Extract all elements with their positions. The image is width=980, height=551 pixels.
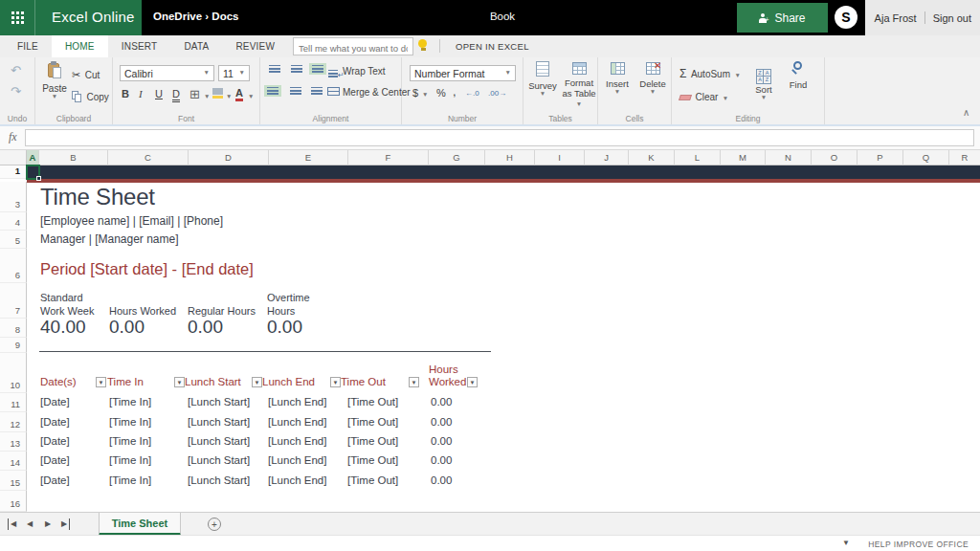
undo-icon[interactable]: ↶	[11, 63, 21, 77]
row-header-9[interactable]: 9	[0, 338, 27, 353]
filter-dropdown-button[interactable]: ▼	[96, 377, 106, 387]
filter-dropdown-button[interactable]: ▼	[330, 377, 341, 387]
row-header-8[interactable]: 8	[0, 319, 27, 338]
table-cell[interactable]: 0.00	[431, 416, 452, 428]
title-banner-row[interactable]	[27, 165, 980, 179]
share-button[interactable]: + Share	[737, 3, 828, 33]
row-header-5[interactable]: 5	[0, 231, 27, 249]
column-header-q[interactable]: Q	[903, 150, 949, 165]
fx-icon[interactable]: fx	[9, 130, 17, 144]
sort-button[interactable]: ZA AZ Sort ▼	[748, 61, 779, 101]
table-cell[interactable]: [Lunch Start]	[188, 435, 250, 447]
align-bottom-button[interactable]	[309, 63, 326, 75]
chevron-down-icon[interactable]: ▼	[248, 94, 254, 100]
table-cell[interactable]: [Lunch Start]	[188, 454, 250, 466]
font-family-select[interactable]: Calibri▼	[120, 65, 214, 81]
underline-button[interactable]: U	[155, 88, 163, 99]
ribbon-tab-insert[interactable]: INSERT	[108, 35, 171, 57]
table-column-header[interactable]: Time Out	[341, 376, 386, 388]
row-header-13[interactable]: 13	[0, 432, 27, 452]
table-cell[interactable]: 0.00	[431, 435, 452, 447]
align-left-button[interactable]	[264, 85, 281, 97]
table-cell[interactable]: [Date]	[40, 396, 70, 408]
column-header-m[interactable]: M	[721, 150, 766, 165]
double-underline-button[interactable]: D	[172, 88, 180, 102]
autosum-button[interactable]: Σ AutoSum ▼	[679, 64, 741, 81]
table-cell[interactable]: [Lunch End]	[268, 454, 326, 466]
breadcrumb[interactable]: OneDrive › Docs	[153, 11, 238, 22]
user-name[interactable]: Aja Frost	[875, 12, 917, 24]
table-cell[interactable]: [Time Out]	[347, 454, 398, 466]
column-header-l[interactable]: L	[675, 150, 721, 165]
column-header-i[interactable]: I	[535, 150, 585, 165]
wrap-text-button[interactable]: Wrap Text	[343, 66, 386, 77]
table-cell[interactable]: [Lunch End]	[268, 435, 326, 447]
next-sheet-button[interactable]: ▶	[45, 518, 51, 530]
sheet-tab-time-sheet[interactable]: Time Sheet	[99, 513, 181, 536]
table-cell[interactable]: 0.00	[431, 396, 452, 408]
font-color-button[interactable]: A	[235, 87, 243, 101]
increase-decimal-button[interactable]: ←.0	[465, 89, 479, 98]
table-cell[interactable]: [Time Out]	[347, 396, 398, 408]
table-column-header[interactable]: Date(s)	[40, 376, 77, 388]
filter-dropdown-button[interactable]: ▼	[174, 377, 185, 387]
decrease-decimal-button[interactable]: .00→	[488, 89, 506, 98]
document-title[interactable]: Book	[450, 11, 555, 22]
format-as-table-button[interactable]: Format as Table ▼	[560, 61, 598, 109]
find-button[interactable]: Find	[783, 61, 813, 90]
table-column-header[interactable]: Lunch Start	[185, 376, 241, 388]
summary-value[interactable]: 40.00	[40, 317, 86, 338]
redo-icon[interactable]: ↷	[11, 84, 21, 99]
filter-dropdown-button[interactable]: ▼	[409, 377, 419, 387]
row-header-10[interactable]: 10	[0, 353, 27, 393]
summary-header[interactable]: Hours Worked	[109, 305, 176, 319]
copy-button[interactable]: Copy	[72, 87, 109, 104]
row-header-15[interactable]: 15	[0, 471, 27, 491]
first-sheet-button[interactable]: ◀	[8, 518, 16, 530]
last-sheet-button[interactable]: ▶	[61, 518, 70, 530]
lightbulb-icon[interactable]	[418, 39, 428, 53]
survey-button[interactable]: Survey ▼	[525, 61, 560, 98]
borders-button[interactable]: ⊞	[189, 87, 200, 101]
sign-out-link[interactable]: Sign out	[933, 12, 971, 24]
chevron-down-icon[interactable]: ▼	[842, 539, 850, 547]
chevron-down-icon[interactable]: ▼	[226, 94, 232, 100]
column-header-g[interactable]: G	[429, 150, 485, 165]
table-cell[interactable]: [Time Out]	[347, 416, 398, 428]
column-header-n[interactable]: N	[766, 150, 812, 165]
select-all-corner[interactable]	[0, 150, 27, 165]
table-column-header[interactable]: Lunch End	[262, 376, 315, 388]
row-header-16[interactable]: 16	[0, 491, 27, 512]
column-header-f[interactable]: F	[348, 150, 429, 165]
tell-me-box[interactable]	[293, 37, 413, 55]
table-cell[interactable]: [Date]	[40, 454, 70, 466]
filter-dropdown-button[interactable]: ▼	[467, 377, 478, 387]
table-cell[interactable]: [Lunch Start]	[188, 474, 250, 486]
paste-button[interactable]: Paste ▼	[40, 61, 69, 111]
row-header-6[interactable]: 6	[0, 249, 27, 283]
column-header-o[interactable]: O	[812, 150, 858, 165]
column-header-b[interactable]: B	[39, 150, 108, 165]
comma-style-button[interactable]: ,	[453, 84, 457, 99]
column-header-c[interactable]: C	[108, 150, 189, 165]
table-cell[interactable]: [Time In]	[109, 454, 151, 466]
collapse-ribbon-icon[interactable]: ∧	[963, 107, 969, 118]
percent-button[interactable]: %	[436, 87, 446, 99]
align-top-button[interactable]	[266, 63, 283, 75]
italic-button[interactable]: I	[139, 88, 143, 99]
number-format-select[interactable]: Number Format▼	[410, 65, 516, 81]
table-column-header[interactable]: Time In	[107, 376, 144, 388]
previous-sheet-button[interactable]: ◀	[27, 518, 33, 530]
table-cell[interactable]: 0.00	[431, 474, 452, 486]
align-middle-button[interactable]	[288, 63, 305, 75]
manager-info-cell[interactable]: Manager | [Manager name]	[40, 232, 179, 246]
table-cell[interactable]: [Time In]	[109, 416, 151, 428]
insert-cells-button[interactable]: Insert ▼	[600, 61, 635, 96]
column-header-a[interactable]: A	[27, 150, 39, 165]
accent-banner-row[interactable]	[27, 179, 980, 183]
ribbon-tab-file[interactable]: FILE	[4, 35, 52, 57]
column-header-e[interactable]: E	[269, 150, 348, 165]
summary-value[interactable]: 0.00	[188, 317, 223, 338]
column-header-j[interactable]: J	[585, 150, 629, 165]
merge-center-icon[interactable]	[327, 87, 340, 96]
